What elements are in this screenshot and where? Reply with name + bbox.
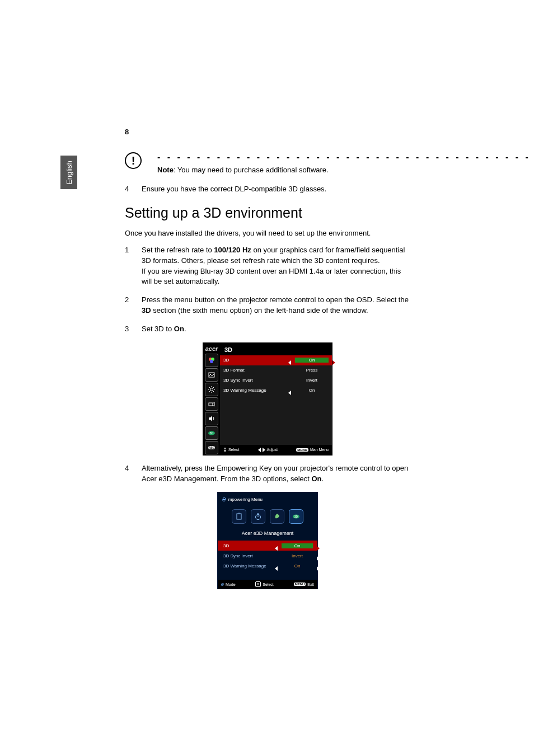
osd-sidebar: acer 3D ABC <box>203 343 220 455</box>
emp-row-value: Invert <box>282 553 313 558</box>
osd-title: 3D <box>220 343 332 355</box>
emp-row: 3D Warning Message On <box>218 561 317 571</box>
osd-foot-label: Adjust <box>267 448 278 452</box>
step-pre: Alternatively, press the Empowering Key … <box>142 464 408 483</box>
empowering-menu: e mpowering Menu 3D Acer e3D Management … <box>217 492 318 589</box>
note-block: ! - - - - - - - - - - - - - - - - - - - … <box>125 152 410 174</box>
step-number: 1 <box>125 245 142 287</box>
osd-row-label: 3D Warning Message <box>223 388 295 393</box>
note-label: Note <box>157 166 174 174</box>
osd-foot-label: Man Menu <box>310 448 329 452</box>
step-bold: 100/120 Hz <box>214 246 251 254</box>
osd-foot-adjust: Adjust <box>258 448 278 452</box>
step-pre: Set 3D to <box>142 325 174 333</box>
osd-row-value: Invert <box>295 378 329 383</box>
svg-text:ABC: ABC <box>209 446 215 449</box>
note-body: - - - - - - - - - - - - - - - - - - - - … <box>157 152 534 174</box>
osd-menu: acer 3D ABC 3D 3D On <box>203 342 332 456</box>
note-content: : You may need to purchase additional so… <box>174 166 329 174</box>
projection-icon <box>205 397 218 411</box>
list-item: 4 Ensure you have the correct DLP-compat… <box>125 184 410 195</box>
svg-point-11 <box>238 513 240 514</box>
left-arrow-icon <box>275 566 278 571</box>
list-item: 3 Set 3D to On. <box>125 324 410 335</box>
list-item: 4 Alternatively, press the Empowering Ke… <box>125 463 410 485</box>
step-text: Press the menu button on the projector r… <box>142 295 410 316</box>
step-number: 3 <box>125 324 142 335</box>
osd-row: 3D On <box>220 355 332 365</box>
osd-row-value: Press <box>295 368 329 373</box>
step-text: Alternatively, press the Empowering Key … <box>142 463 410 485</box>
emp-subtitle: Acer e3D Management <box>218 528 317 541</box>
svg-point-2 <box>210 360 213 363</box>
emp-foot-exit: MENUExit <box>294 583 314 586</box>
osd-foot-label: Select <box>228 448 239 452</box>
osd-row: 3D Format Press <box>220 365 332 375</box>
three-d-icon: 3D <box>205 426 218 440</box>
right-arrow-icon <box>317 546 320 551</box>
page-number: 8 <box>125 128 129 136</box>
view-tab-icon <box>232 509 246 524</box>
emp-body: 3D On 3D Sync Invert Invert 3D Warnin <box>218 541 317 580</box>
step-number: 2 <box>125 295 142 316</box>
osd-row-value: On <box>295 388 329 393</box>
step-extra: If you are viewing Blu-ray 3D content ov… <box>142 267 401 286</box>
page-content: ! - - - - - - - - - - - - - - - - - - - … <box>125 152 410 597</box>
step-post: section (the sixth menu option) on the l… <box>151 306 368 314</box>
note-divider: - - - - - - - - - - - - - - - - - - - - … <box>157 152 534 162</box>
emp-value-text: On <box>294 564 301 569</box>
right-arrow-icon <box>317 556 320 561</box>
step-post: . <box>322 475 324 483</box>
e-logo-icon: e <box>222 495 226 503</box>
step-text: Set the refresh rate to 100/120 Hz on yo… <box>142 245 410 287</box>
left-arrow-icon <box>288 360 291 365</box>
osd-row-label: 3D Format <box>223 368 295 373</box>
emp-value-text: Invert <box>292 553 303 558</box>
alert-icon: ! <box>125 152 142 169</box>
osd-row: 3D Warning Message On <box>220 386 332 396</box>
language-icon: ABC <box>205 441 218 454</box>
osd-value-text: On <box>309 388 315 393</box>
color-icon <box>205 354 218 367</box>
menu-key-icon: MENU <box>294 583 306 586</box>
eco-tab-icon <box>270 509 284 524</box>
step-list: 1 Set the refresh rate to 100/120 Hz on … <box>125 245 410 335</box>
image-icon <box>205 368 218 382</box>
step-pre: Press the menu button on the projector r… <box>142 295 409 304</box>
osd-foot-menu: MENUMan Menu <box>296 448 329 452</box>
step-text: Set 3D to On. <box>142 324 410 335</box>
osd-row-value: On <box>295 358 329 363</box>
three-d-tab-icon: 3D <box>289 509 303 524</box>
intro-text: Once you have installed the drivers, you… <box>125 229 410 237</box>
empowering-figure: e mpowering Menu 3D Acer e3D Management … <box>125 492 410 589</box>
step-bold: On <box>311 475 321 483</box>
svg-rect-10 <box>237 514 241 519</box>
step-list-2: 4 Alternatively, press the Empowering Ke… <box>125 463 410 485</box>
right-arrow-icon <box>332 390 335 395</box>
svg-rect-5 <box>209 403 213 406</box>
left-arrow-icon <box>258 448 261 452</box>
left-arrow-icon <box>288 390 291 395</box>
step-text: Ensure you have the correct DLP-compatib… <box>142 184 410 195</box>
menu-key-icon: MENU <box>296 448 308 452</box>
step-bold: On <box>174 325 184 333</box>
step-number: 4 <box>125 463 142 485</box>
section-heading: Setting up a 3D environment <box>125 205 410 221</box>
emp-row: 3D On <box>218 541 317 551</box>
svg-text:3D: 3D <box>210 431 214 435</box>
osd-row: 3D Sync Invert Invert <box>220 375 332 386</box>
emp-row-value: On <box>282 543 313 548</box>
osd-brand: acer <box>203 343 220 353</box>
right-arrow-icon <box>317 566 320 571</box>
osd-footer: Select Adjust MENUMan Menu <box>220 445 332 455</box>
emp-foot-label: Exit <box>307 583 314 586</box>
list-item: 1 Set the refresh rate to 100/120 Hz on … <box>125 245 410 287</box>
emp-row: 3D Sync Invert Invert <box>218 551 317 561</box>
osd-value-text: On <box>309 358 315 363</box>
step-pre: Set the refresh rate to <box>142 246 214 254</box>
emp-value-text: On <box>294 543 301 548</box>
language-tab-label: English <box>65 161 73 185</box>
svg-text:3D: 3D <box>294 515 298 518</box>
osd-row-label: 3D Sync Invert <box>223 378 295 383</box>
audio-icon <box>205 412 218 425</box>
